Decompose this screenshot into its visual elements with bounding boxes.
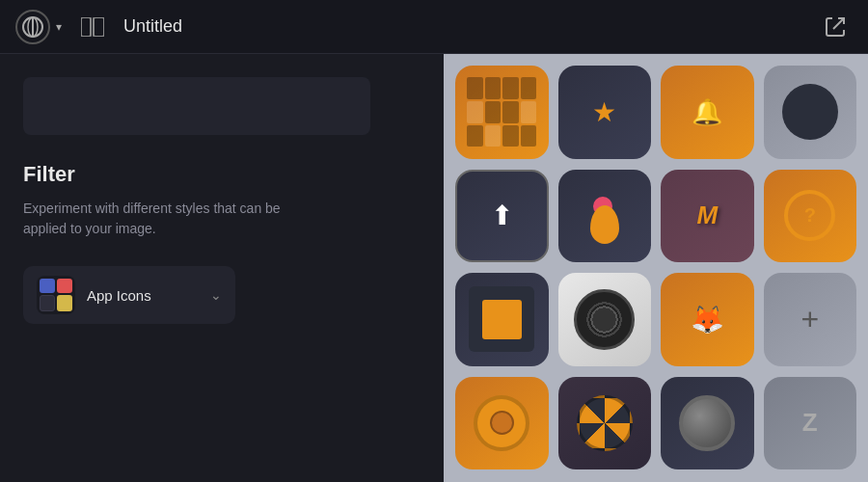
filter-description: Experiment with different styles that ca… [23, 199, 312, 239]
filter-selector-icon [37, 276, 75, 314]
bell-app-icon[interactable]: 🔔 [661, 66, 754, 159]
m-logo-app-icon[interactable]: M [661, 170, 754, 263]
gray-dot [782, 84, 838, 140]
filter-selector[interactable]: App Icons ⌄ [23, 266, 235, 324]
main-content: Filter Experiment with different styles … [0, 54, 868, 482]
vinyl-app-icon[interactable] [558, 273, 652, 366]
plus-app-icon[interactable]: + [764, 273, 857, 366]
arrow-up-symbol: ⬆ [491, 200, 513, 231]
svg-line-5 [833, 18, 844, 29]
z-logo-app-icon[interactable]: Z [764, 377, 857, 470]
gauge-app-icon[interactable] [455, 377, 549, 470]
filter-selector-label: App Icons [87, 287, 210, 304]
app-logo[interactable] [15, 10, 50, 44]
oven-app-icon[interactable] [455, 273, 549, 366]
question-circle: ? [784, 190, 835, 241]
logo-chevron[interactable]: ▾ [56, 20, 62, 34]
beat-pad-icon[interactable] [455, 66, 549, 159]
export-button[interactable] [818, 10, 853, 44]
mini-icon-1 [40, 279, 55, 293]
fox-app-icon[interactable]: 🦊 [661, 273, 754, 366]
plus-symbol: + [800, 302, 819, 337]
z-letter: Z [802, 408, 818, 438]
page-title: Untitled [123, 16, 818, 37]
mini-icon-3 [40, 295, 55, 311]
oven-inner [469, 286, 534, 352]
question-app-icon[interactable]: ? [764, 170, 857, 263]
svg-rect-4 [94, 17, 104, 37]
mini-icon-4 [57, 295, 72, 311]
vinyl-record [574, 289, 635, 350]
gray-circle-icon[interactable] [764, 66, 857, 159]
orange-face-body [590, 205, 619, 244]
star-badge-icon[interactable]: ★ [558, 66, 652, 159]
image-preview-placeholder [23, 77, 370, 135]
star-symbol: ★ [592, 96, 616, 128]
panels-icon[interactable] [77, 12, 108, 42]
svg-rect-3 [81, 17, 91, 37]
topbar: ▾ Untitled [0, 0, 868, 54]
gauge-circle-outer [474, 395, 529, 451]
filter-selector-chevron: ⌄ [210, 287, 222, 303]
m-letter: M [696, 201, 718, 230]
fox-emoji: 🦊 [691, 304, 724, 335]
fan-app-icon[interactable] [558, 377, 652, 470]
face-app-icon[interactable] [558, 170, 652, 263]
upload-app-icon[interactable]: ⬆ [455, 170, 549, 263]
gauge-circle-inner [490, 411, 514, 435]
knob-dial [679, 395, 735, 451]
fan-blades [577, 395, 633, 451]
beat-pad-grid [467, 77, 536, 147]
sidebar: Filter Experiment with different styles … [0, 54, 444, 482]
mini-icon-2 [57, 279, 72, 293]
icon-grid-panel: ★ 🔔 ⬆ M ? [444, 54, 868, 482]
knob-app-icon[interactable] [661, 377, 754, 470]
oven-screen [482, 300, 522, 339]
filter-title: Filter [23, 162, 420, 187]
bell-symbol: 🔔 [692, 97, 722, 127]
